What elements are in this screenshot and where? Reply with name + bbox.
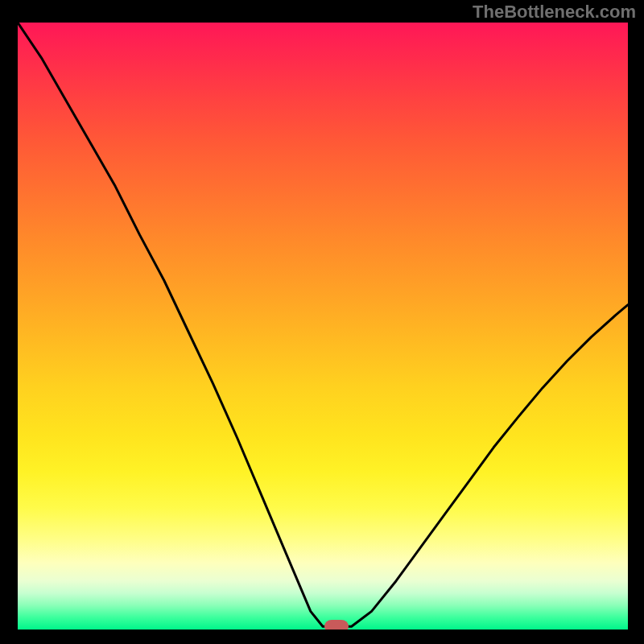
min-marker	[324, 620, 349, 630]
bottleneck-curve	[18, 23, 628, 626]
chart-frame: TheBottleneck.com	[0, 0, 644, 644]
watermark-text: TheBottleneck.com	[473, 2, 636, 23]
curve-svg	[18, 23, 628, 630]
plot-area	[18, 23, 628, 630]
